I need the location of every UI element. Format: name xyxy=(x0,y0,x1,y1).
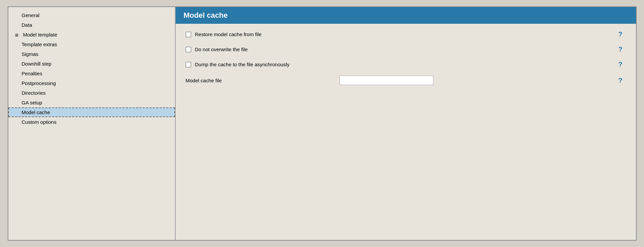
restore-cache-container: Restore model cache from file xyxy=(186,31,615,37)
dump-cache-help[interactable]: ? xyxy=(615,61,626,68)
sidebar-item-label: Template extras xyxy=(22,42,57,47)
main-container: General Data ⊞ Model template Template e… xyxy=(8,6,637,241)
dump-cache-checkbox[interactable] xyxy=(186,62,191,67)
sidebar-item-postprocessing[interactable]: Postprocessing xyxy=(8,78,175,88)
sidebar-item-label: Model cache xyxy=(22,109,50,115)
sidebar-item-label: Downhill step xyxy=(22,61,52,67)
sidebar-item-model-template[interactable]: ⊞ Model template xyxy=(8,30,175,39)
do-not-overwrite-help[interactable]: ? xyxy=(615,46,626,53)
content-panel: Model cache Restore model cache from fil… xyxy=(176,7,636,240)
sidebar-item-penalties[interactable]: Penalties xyxy=(8,69,175,78)
sidebar-item-label: Directories xyxy=(22,90,46,96)
sidebar-item-directories[interactable]: Directories xyxy=(8,88,175,98)
model-cache-file-input[interactable] xyxy=(340,76,433,85)
sidebar-item-data[interactable]: Data xyxy=(8,20,175,30)
restore-cache-checkbox[interactable] xyxy=(186,32,191,37)
sidebar-item-ga-setup[interactable]: GA setup xyxy=(8,98,175,107)
sidebar-item-label: Custom options xyxy=(22,119,57,125)
sidebar: General Data ⊞ Model template Template e… xyxy=(8,7,176,240)
sidebar-item-model-cache[interactable]: Model cache xyxy=(8,107,175,117)
model-cache-file-label: Model cache file xyxy=(186,78,273,83)
do-not-overwrite-row: Do not overwrite the file ? xyxy=(186,46,626,53)
page-title: Model cache xyxy=(184,11,228,19)
sidebar-item-label: GA setup xyxy=(22,100,42,105)
model-cache-file-help[interactable]: ? xyxy=(615,77,626,84)
sidebar-item-label: Data xyxy=(22,22,32,28)
sidebar-item-label: Model template xyxy=(23,32,58,37)
sidebar-item-sigmas[interactable]: Sigmas xyxy=(8,49,175,59)
dump-cache-label: Dump the cache to the file asynchronousl… xyxy=(195,62,290,67)
model-cache-file-row: Model cache file ? xyxy=(186,76,626,85)
content-body: Restore model cache from file ? Do not o… xyxy=(176,24,636,240)
sidebar-item-custom-options[interactable]: Custom options xyxy=(8,117,175,127)
sidebar-item-label: General xyxy=(22,12,39,18)
do-not-overwrite-checkbox[interactable] xyxy=(186,47,191,52)
sidebar-item-downhill-step[interactable]: Downhill step xyxy=(8,59,175,69)
expand-icon: ⊞ xyxy=(15,33,20,37)
sidebar-item-label: Penalties xyxy=(22,71,42,76)
do-not-overwrite-label: Do not overwrite the file xyxy=(195,47,248,52)
do-not-overwrite-container: Do not overwrite the file xyxy=(186,47,615,52)
content-header: Model cache xyxy=(176,7,636,24)
sidebar-item-template-extras[interactable]: Template extras xyxy=(8,39,175,49)
sidebar-item-label: Postprocessing xyxy=(22,80,56,86)
dump-cache-container: Dump the cache to the file asynchronousl… xyxy=(186,62,615,67)
sidebar-item-general[interactable]: General xyxy=(8,10,175,20)
sidebar-item-label: Sigmas xyxy=(22,51,38,57)
restore-cache-label: Restore model cache from file xyxy=(195,31,262,37)
dump-cache-row: Dump the cache to the file asynchronousl… xyxy=(186,61,626,68)
restore-cache-row: Restore model cache from file ? xyxy=(186,30,626,38)
restore-cache-help[interactable]: ? xyxy=(615,30,626,38)
